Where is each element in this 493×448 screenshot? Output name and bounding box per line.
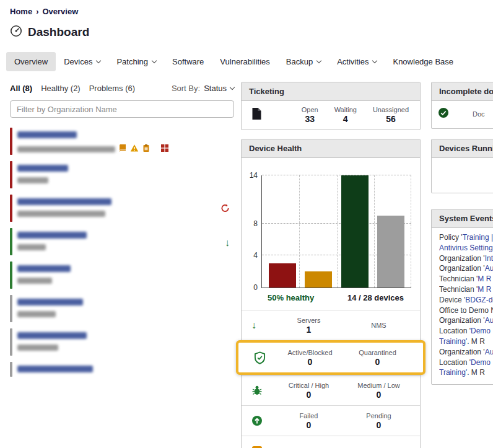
- tab-overview[interactable]: Overview: [6, 52, 56, 71]
- tab-activities[interactable]: Activities: [329, 52, 385, 71]
- chevron-down-icon: [230, 84, 235, 89]
- device-health-row-antivirus-highlighted[interactable]: Active/Blocked 0 Quarantined 0: [236, 340, 425, 375]
- org-status-bar: [10, 362, 12, 377]
- org-name-redacted: [17, 366, 93, 372]
- event-link[interactable]: M R: [478, 285, 491, 294]
- chevron-down-icon: [96, 58, 101, 63]
- stat-medium-low: Medium / Low 0: [344, 382, 414, 400]
- stat-nms: NMS: [344, 322, 414, 330]
- y-axis-tick-label: 14: [245, 171, 258, 180]
- event-link[interactable]: Training': [439, 368, 467, 377]
- system-event: Organization 'Au: [439, 347, 493, 358]
- software-box-icon: [251, 446, 274, 448]
- org-subtitle-redacted: [17, 177, 48, 183]
- org-list-item-4[interactable]: ↓: [10, 226, 234, 260]
- event-link[interactable]: Demo: [471, 358, 491, 367]
- sort-by-control[interactable]: Sort By: Status: [172, 84, 234, 93]
- system-event: Location 'Demo: [439, 358, 493, 368]
- org-list-item-3[interactable]: [10, 193, 234, 226]
- org-status-bar: [10, 195, 12, 222]
- tab-software[interactable]: Software: [164, 52, 212, 71]
- stat-patch-pending: Pending 0: [344, 412, 414, 430]
- org-status-bar: [10, 295, 12, 322]
- ticket-stat-waiting[interactable]: Waiting 4: [334, 106, 357, 124]
- org-list-item-7[interactable]: [10, 327, 234, 360]
- event-link[interactable]: Training |: [463, 233, 493, 242]
- ticket-stat-open[interactable]: Open 33: [302, 106, 318, 124]
- device-health-row-software[interactable]: Failed Pending: [242, 436, 420, 448]
- devices-running-card-header: Devices Runnin: [432, 139, 493, 158]
- org-name-redacted: [17, 265, 71, 272]
- org-subtitle-redacted: [17, 211, 105, 217]
- incomplete-docs-body[interactable]: Doc: [432, 101, 493, 128]
- tab-backup[interactable]: Backup: [278, 52, 329, 71]
- device-health-row-vulnerabilities[interactable]: Critical / High 0 Medium / Low 0: [242, 375, 420, 405]
- org-list-item-5[interactable]: [10, 260, 234, 293]
- org-subtitle-redacted: [17, 278, 52, 284]
- book-icon: [118, 144, 127, 155]
- event-link[interactable]: Antivirus Setting: [439, 244, 493, 252]
- org-search: [10, 100, 234, 118]
- document-icon: [251, 107, 262, 123]
- system-events-list: Policy 'Training | Antivirus Setting Org…: [432, 228, 493, 384]
- system-event: Office to Demo N: [439, 305, 493, 316]
- event-link[interactable]: Training': [439, 337, 467, 346]
- org-status-bar: [10, 128, 12, 155]
- org-status-bar: [10, 161, 12, 188]
- event-link[interactable]: Au: [485, 316, 493, 325]
- device-health-row-servers-nms[interactable]: ↓ Servers 1 NMS: [242, 310, 420, 340]
- org-list-item-1[interactable]: [10, 126, 234, 159]
- org-list-item-6[interactable]: [10, 293, 234, 327]
- event-link[interactable]: Au: [485, 348, 493, 356]
- dashboard-gauge-icon: [10, 25, 22, 40]
- org-search-input[interactable]: [10, 100, 234, 118]
- ticket-stat-unassigned[interactable]: Unassigned 56: [373, 106, 409, 124]
- org-name-redacted: [17, 299, 83, 305]
- incomplete-docs-card-header: Incomplete doc: [432, 82, 493, 101]
- filter-problems[interactable]: Problems (6): [89, 84, 135, 93]
- org-status-bar: [10, 228, 12, 255]
- chevron-down-icon: [372, 58, 377, 63]
- org-subtitle-redacted: [17, 146, 115, 152]
- tab-vulnerabilities[interactable]: Vulnerabilities: [212, 52, 277, 71]
- org-subtitle-redacted: [17, 345, 58, 351]
- system-event: Organization 'Int: [439, 253, 493, 264]
- arrow-down-icon: ↓: [225, 238, 230, 248]
- filter-all[interactable]: All (8): [10, 84, 32, 93]
- event-link[interactable]: Au: [485, 264, 493, 273]
- org-list-item-8[interactable]: [10, 360, 234, 380]
- system-event: Technician 'M R: [439, 274, 493, 284]
- y-axis-tick-label: 4: [245, 251, 258, 260]
- filter-healthy[interactable]: Healthy (2): [41, 84, 81, 93]
- patch-grid-icon: [160, 144, 169, 155]
- org-name-redacted: [17, 332, 87, 339]
- bug-icon: [251, 385, 274, 396]
- event-link[interactable]: M R: [478, 275, 491, 283]
- system-event: Antivirus Setting: [439, 243, 493, 253]
- event-link[interactable]: Demo: [471, 327, 491, 335]
- system-event: Technician 'M R: [439, 284, 493, 295]
- sync-icon: [220, 204, 230, 216]
- warning-icon: [130, 144, 139, 155]
- page-title: Dashboard: [28, 25, 89, 39]
- ticketing-card-header: Ticketing: [242, 82, 420, 101]
- tab-patching[interactable]: Patching: [108, 52, 164, 71]
- stat-quarantined: Quarantined 0: [344, 349, 411, 367]
- device-health-bars: [262, 175, 411, 288]
- event-link[interactable]: BDGZ-de: [465, 296, 493, 304]
- device-count: 14 / 28 devices: [347, 293, 404, 302]
- tab-knowledge-base[interactable]: Knowledge Base: [385, 52, 461, 71]
- device-health-chart: 04814: [242, 158, 420, 288]
- devices-running-card: Devices Runnin: [431, 139, 493, 193]
- device-health-card-header: Device Health: [242, 139, 420, 158]
- org-filter-row: All (8) Healthy (2) Problems (6) Sort By…: [10, 82, 234, 94]
- device-health-row-patches[interactable]: Failed 0 Pending 0: [242, 405, 420, 436]
- org-subtitle-redacted: [17, 244, 46, 250]
- event-link[interactable]: Int: [485, 254, 493, 263]
- org-list-item-2[interactable]: [10, 159, 234, 193]
- y-axis-tick-label: 0: [245, 283, 258, 292]
- stat-critical-high: Critical / High 0: [274, 382, 344, 400]
- device-health-summary: 50% healthy 14 / 28 devices: [242, 288, 420, 310]
- breadcrumb-home-link[interactable]: Home: [10, 7, 32, 16]
- tab-devices[interactable]: Devices: [56, 52, 108, 71]
